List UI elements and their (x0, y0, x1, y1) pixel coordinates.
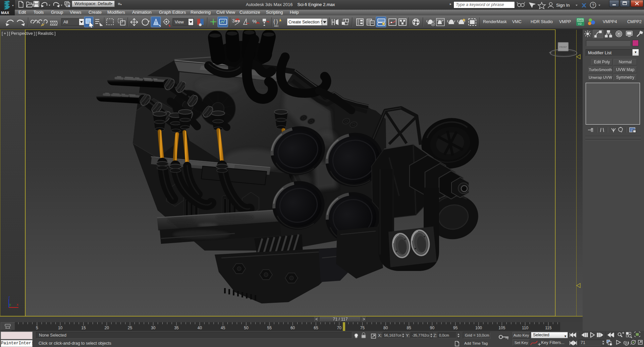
svg-text:10: 10 (58, 326, 63, 330)
svg-text:75: 75 (360, 326, 365, 330)
svg-text:View: View (175, 20, 184, 24)
svg-text:95: 95 (453, 326, 458, 330)
svg-text:%: % (252, 18, 257, 24)
svg-text:Zorb: Zorb (577, 19, 583, 22)
svg-text:V2: V2 (578, 22, 582, 25)
svg-text:All: All (63, 20, 68, 24)
svg-text:65: 65 (314, 326, 318, 330)
svg-text:15: 15 (81, 326, 86, 330)
svg-text:Create Selection Se: Create Selection Se (288, 20, 326, 24)
svg-text:?: ? (592, 3, 594, 8)
svg-text:90: 90 (430, 326, 435, 330)
svg-text:Sign In: Sign In (556, 3, 570, 8)
svg-text:y: y (9, 302, 11, 306)
svg-text:55: 55 (267, 326, 272, 330)
svg-text:30: 30 (151, 326, 156, 330)
svg-text:25: 25 (128, 326, 132, 330)
svg-text:x: x (17, 302, 19, 306)
svg-text:z: z (8, 295, 10, 299)
svg-text:ABC: ABC (274, 25, 279, 27)
svg-text:85: 85 (407, 326, 411, 330)
svg-text:115: 115 (545, 326, 551, 330)
svg-text:105: 105 (498, 326, 505, 330)
svg-text:80: 80 (383, 326, 388, 330)
svg-text:20: 20 (105, 326, 109, 330)
svg-text:50: 50 (244, 326, 249, 330)
svg-text:110: 110 (522, 326, 528, 330)
svg-text:100: 100 (475, 326, 482, 330)
svg-text:{ }: { } (273, 19, 278, 24)
svg-text:35: 35 (174, 326, 179, 330)
svg-text:40: 40 (198, 326, 202, 330)
svg-text:5: 5 (36, 326, 38, 330)
svg-text:FRONT: FRONT (559, 46, 567, 48)
svg-text:45: 45 (221, 326, 225, 330)
svg-text:3: 3 (232, 18, 235, 23)
svg-text:70: 70 (337, 326, 342, 330)
svg-text:60: 60 (290, 326, 295, 330)
